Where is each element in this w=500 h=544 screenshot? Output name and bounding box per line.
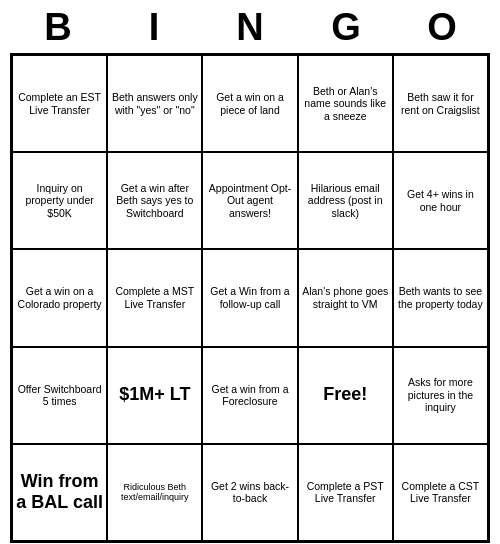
bingo-cell-4[interactable]: Beth saw it for rent on Craigslist [393,55,488,152]
bingo-cell-16[interactable]: $1M+ LT [107,347,202,444]
bingo-cell-9[interactable]: Get 4+ wins in one hour [393,152,488,249]
bingo-title-row: B I N G O [10,0,490,53]
bingo-cell-19[interactable]: Asks for more pictures in the inquiry [393,347,488,444]
bingo-cell-14[interactable]: Beth wants to see the property today [393,249,488,346]
letter-g: G [303,6,389,49]
bingo-cell-0[interactable]: Complete an EST Live Transfer [12,55,107,152]
bingo-cell-20[interactable]: Win from a BAL call [12,444,107,541]
bingo-cell-8[interactable]: Hilarious email address (post in slack) [298,152,393,249]
bingo-cell-23[interactable]: Complete a PST Live Transfer [298,444,393,541]
letter-i: I [111,6,197,49]
bingo-cell-12[interactable]: Get a Win from a follow-up call [202,249,297,346]
bingo-cell-6[interactable]: Get a win after Beth says yes to Switchb… [107,152,202,249]
bingo-cell-17[interactable]: Get a win from a Foreclosure [202,347,297,444]
bingo-cell-3[interactable]: Beth or Alan's name sounds like a sneeze [298,55,393,152]
bingo-cell-22[interactable]: Get 2 wins back-to-back [202,444,297,541]
bingo-cell-7[interactable]: Appointment Opt-Out agent answers! [202,152,297,249]
bingo-cell-13[interactable]: Alan's phone goes straight to VM [298,249,393,346]
bingo-cell-10[interactable]: Get a win on a Colorado property [12,249,107,346]
bingo-cell-1[interactable]: Beth answers only with "yes" or "no" [107,55,202,152]
bingo-grid: Complete an EST Live TransferBeth answer… [10,53,490,543]
letter-b: B [15,6,101,49]
bingo-cell-2[interactable]: Get a win on a piece of land [202,55,297,152]
bingo-cell-15[interactable]: Offer Switchboard 5 times [12,347,107,444]
bingo-cell-18[interactable]: Free! [298,347,393,444]
bingo-cell-5[interactable]: Inquiry on property under $50K [12,152,107,249]
bingo-cell-11[interactable]: Complete a MST Live Transfer [107,249,202,346]
bingo-cell-21[interactable]: Ridiculous Beth text/email/inquiry [107,444,202,541]
letter-n: N [207,6,293,49]
letter-o: O [399,6,485,49]
bingo-cell-24[interactable]: Complete a CST Live Transfer [393,444,488,541]
